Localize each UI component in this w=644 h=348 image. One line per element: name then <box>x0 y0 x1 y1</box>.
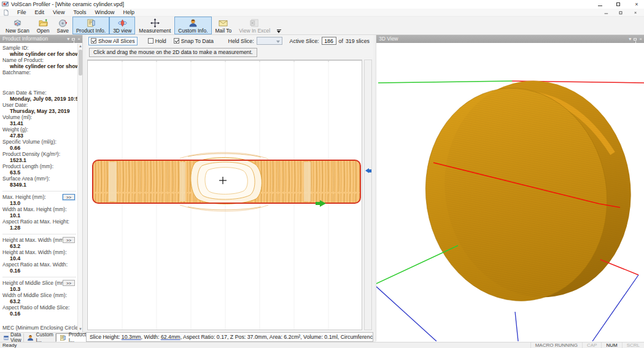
slice-position-marker[interactable] <box>365 168 372 174</box>
slice-2d-plot[interactable] <box>87 60 362 330</box>
tab-product-i[interactable]: Product I... <box>56 333 88 342</box>
field-value: 10.4 <box>2 255 77 261</box>
menu-item-edit[interactable]: Edit <box>31 9 49 15</box>
field-product-density-kg-m: Product Density (Kg/m³):1523.1 <box>2 151 77 163</box>
field-label: Scan Date & Time: <box>2 90 77 96</box>
product-information-header: Product Information ▾ × <box>0 35 82 43</box>
snap-to-data-checkbox[interactable]: Snap To Data <box>172 37 215 45</box>
chevron-down-icon[interactable]: ▾ <box>629 35 631 43</box>
field-scan-date-time: Scan Date & Time:Monday, July 08, 2019 1… <box>2 90 77 102</box>
pin-icon[interactable] <box>634 38 637 41</box>
bottom-tabs: Data ViewCustom I...Product I... <box>0 332 86 342</box>
toolbar-button-3d-view[interactable]: 3D view <box>109 17 135 34</box>
minimize-icon[interactable] <box>595 1 605 8</box>
slice-controls: Show All Slices Hold Snap To Data Held S… <box>86 36 373 45</box>
excel-icon <box>250 18 259 28</box>
menu-item-window[interactable]: Window <box>90 9 118 15</box>
field-label: MEC (Minimum Enclosing Circle) (mm) : <box>2 325 77 331</box>
of-label: of <box>339 38 343 44</box>
field-value: 0.16 <box>2 311 77 317</box>
checkbox-icon <box>91 38 96 44</box>
menu-item-tools[interactable]: Tools <box>69 9 90 15</box>
field-value: 1.28 <box>2 225 77 231</box>
toolbar-button-custom-info[interactable]: Custom Info. <box>174 17 211 34</box>
show-all-slices-checkbox[interactable]: Show All Slices <box>88 37 138 45</box>
custom-info-icon <box>188 18 198 28</box>
slice-info-bar: Slice Height: 10.3mm, Width: 62.4mm, Asp… <box>86 332 373 342</box>
field-value: 63.5 <box>2 169 77 176</box>
open-icon <box>39 18 48 28</box>
menu-item-view[interactable]: View <box>48 9 69 15</box>
menu-item-help[interactable]: Help <box>118 9 139 15</box>
expand-button[interactable]: >> <box>63 237 75 243</box>
field-label: Surface Area (mm²): <box>2 176 77 182</box>
menu-item-file[interactable]: File <box>13 9 31 15</box>
toolbar-button-label: 3D view <box>113 28 131 34</box>
slice-info-text: Slice Height: <box>90 334 122 340</box>
expand-button[interactable]: >> <box>63 280 75 286</box>
toolbar-button-save[interactable]: Save <box>53 17 72 34</box>
toolbar-options-icon[interactable] <box>274 17 283 34</box>
field-name-of-product: Name of Product:white cylinder cer for s… <box>2 57 77 69</box>
save-icon <box>58 18 68 28</box>
three-d-viewport[interactable] <box>376 43 644 341</box>
toolbar-button-label: Mail To <box>215 28 232 34</box>
data-view-icon <box>4 336 9 340</box>
three-d-canvas[interactable] <box>376 43 644 341</box>
scrollbar-thumb[interactable] <box>79 50 82 75</box>
close-icon[interactable]: × <box>77 35 80 43</box>
field-separator <box>2 274 76 277</box>
toolbar-button-label: Open <box>37 28 50 34</box>
scrollbar[interactable]: ▲ ▼ <box>77 44 82 331</box>
toolbar-button-measurement[interactable]: Measurement <box>135 17 174 34</box>
slice-position-track[interactable] <box>364 60 372 330</box>
mdi-close-icon[interactable]: × <box>632 10 640 15</box>
tab-data-view[interactable]: Data View <box>1 333 24 342</box>
toolbar-button-product-info[interactable]: Product Info. <box>72 17 109 34</box>
field-separator <box>2 231 76 234</box>
slice-2d-canvas[interactable] <box>88 60 362 330</box>
held-slice-dropdown[interactable] <box>257 37 282 45</box>
close-icon[interactable]: × <box>632 1 642 8</box>
field-value: 8349.1 <box>2 182 77 188</box>
field-label: Name of Product: <box>2 57 77 63</box>
toolbar-button-view-in-excel: View In Excel <box>235 17 274 34</box>
restore-icon[interactable] <box>613 1 623 8</box>
field-aspect-ratio-at-max-height: Aspect Ratio at Max. Height:1.28 <box>2 218 77 231</box>
product-info-icon <box>87 18 96 28</box>
active-slice-input[interactable] <box>322 37 336 45</box>
measurement-icon <box>150 18 160 28</box>
slice-info-text: , Aspect Ratio: 0.17, Z Pos: 37.0mm, Are… <box>180 334 373 340</box>
status-macro-running: MACRO RUNNING <box>530 342 582 348</box>
checkbox-label: Hold <box>155 38 166 44</box>
toolbar-button-new-scan[interactable]: New Scan <box>2 17 33 34</box>
mdi-minimize-icon[interactable] <box>602 10 610 15</box>
toolbar-button-label: View In Excel <box>239 28 270 34</box>
chevron-down-icon[interactable]: ▾ <box>67 35 69 43</box>
expand-button[interactable]: >> <box>63 194 75 200</box>
status-scrl: SCRL <box>622 342 644 348</box>
mdi-restore-icon[interactable] <box>617 10 625 15</box>
slice-metric-link[interactable]: 62.4mm <box>161 334 180 340</box>
field-separator <box>2 188 76 191</box>
toolbar-button-open[interactable]: Open <box>33 17 53 34</box>
field-value: 31.41 <box>2 120 77 126</box>
field-label: Batchname: <box>2 69 77 75</box>
toolbar-button-mail-to[interactable]: Mail To <box>212 17 236 34</box>
scroll-down-icon[interactable]: ▼ <box>78 327 83 331</box>
pin-icon[interactable] <box>72 38 75 41</box>
field-label: Sample ID: <box>2 45 77 51</box>
field-label: Aspect Ratio of Middle Slice: <box>2 304 77 311</box>
held-slice-label: Held Slice: <box>228 38 254 44</box>
tab-custom-i[interactable]: Custom I... <box>24 333 56 342</box>
field-value: 63.2 <box>2 298 77 304</box>
field-label: Volume (ml): <box>2 114 77 120</box>
field-value: Monday, July 08, 2019 10:50:21 <box>2 96 77 102</box>
total-slices-label: 319 slices <box>346 38 370 44</box>
close-icon[interactable]: × <box>639 35 642 43</box>
slice-metric-link[interactable]: 10.3mm <box>122 334 141 340</box>
scroll-up-icon[interactable]: ▲ <box>78 44 83 48</box>
field-surface-area-mm: Surface Area (mm²):8349.1 <box>2 176 77 188</box>
checkbox-label: Show All Slices <box>98 38 135 44</box>
hold-checkbox[interactable]: Hold <box>146 37 168 45</box>
